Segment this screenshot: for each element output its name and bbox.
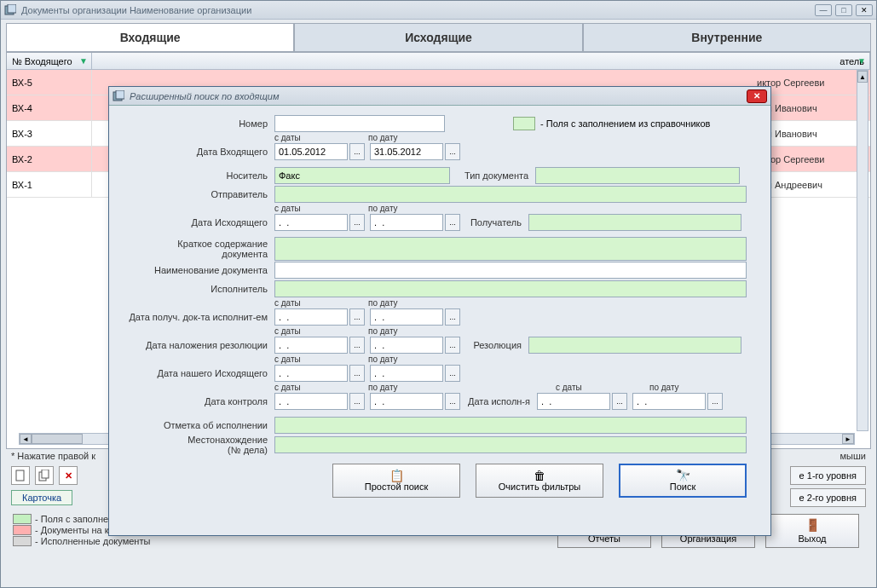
date-picker-button[interactable]: ...	[445, 143, 460, 160]
date-picker-button[interactable]: ...	[349, 308, 365, 326]
resolution-to[interactable]	[370, 337, 443, 354]
dialog-close-button[interactable]: ✕	[747, 89, 767, 103]
our-out-to[interactable]	[370, 365, 443, 382]
exit-button[interactable]: 🚪Выход	[765, 514, 859, 548]
doc-name-input[interactable]	[274, 262, 747, 279]
tab-internal[interactable]: Внутренние	[583, 23, 871, 51]
table-header: № Входящего▼ атель▼	[7, 53, 870, 70]
scroll-left[interactable]: ◄	[20, 434, 32, 444]
list-icon: 📋	[389, 470, 404, 481]
exit-icon: 🚪	[805, 518, 820, 532]
clear-filters-button[interactable]: 🗑Очистить фильтры	[476, 464, 603, 498]
date-picker-button[interactable]: ...	[349, 214, 365, 231]
control-to[interactable]	[370, 393, 443, 410]
tab-incoming[interactable]: Входящие	[6, 23, 294, 51]
label-carrier: Носитель	[121, 170, 274, 181]
date-picker-button[interactable]: ...	[707, 393, 723, 410]
green-swatch-icon	[513, 117, 535, 130]
exec-to[interactable]	[632, 393, 706, 410]
dialog-body: Номер - Поля с заполнением из справочник…	[109, 106, 770, 506]
date-picker-button[interactable]: ...	[349, 143, 365, 160]
label-our-outgoing-date: Дата нашего Исходящего	[121, 368, 274, 378]
dialog-buttons: 📋Простой поиск 🗑Очистить фильтры 🔭Поиск	[121, 455, 759, 498]
outgoing-to-date[interactable]	[370, 214, 443, 231]
new-doc-icon[interactable]	[11, 466, 30, 485]
v-scrollbar[interactable]: ▲	[857, 70, 868, 431]
level2-button[interactable]: е 2-го уровня	[790, 488, 866, 507]
maximize-button[interactable]: □	[835, 4, 852, 16]
exec-from[interactable]	[537, 393, 610, 410]
our-out-from[interactable]	[274, 365, 348, 382]
exec-mark-input[interactable]	[274, 417, 747, 434]
label-control-date: Дата контроля	[121, 396, 274, 406]
legend-red-swatch	[13, 525, 32, 535]
simple-search-button[interactable]: 📋Простой поиск	[332, 464, 460, 498]
sender-input[interactable]	[274, 186, 747, 203]
resolution-input[interactable]	[528, 337, 741, 354]
svg-rect-4	[42, 470, 49, 478]
date-picker-button[interactable]: ...	[445, 365, 460, 382]
control-from[interactable]	[274, 393, 348, 410]
summary-input[interactable]	[274, 237, 747, 261]
green-hint: - Поля с заполнением из справочников	[513, 117, 710, 130]
search-button[interactable]: 🔭Поиск	[619, 464, 747, 498]
carrier-input[interactable]	[274, 167, 450, 184]
label-doc-name: Наименование документа	[121, 265, 274, 275]
scroll-up[interactable]: ▲	[857, 71, 868, 83]
binoculars-icon: 🔭	[676, 470, 690, 481]
copy-icon[interactable]	[35, 466, 54, 485]
date-picker-button[interactable]: ...	[349, 365, 365, 382]
svg-rect-6	[116, 90, 124, 99]
window-title: Документы организации Наименование орган…	[21, 5, 815, 15]
col-number[interactable]: № Входящего▼	[7, 53, 92, 70]
window-controls: — □ ✕	[815, 4, 873, 16]
date-picker-button[interactable]: ...	[445, 214, 460, 231]
scroll-thumb[interactable]	[32, 434, 83, 444]
label-exec-recv-date: Дата получ. док-та исполнит-ем	[121, 312, 274, 322]
location-input[interactable]	[274, 436, 747, 453]
label-outgoing-date: Дата Исходящего	[121, 217, 274, 228]
label-exec-date: Дата исполн-я	[460, 396, 537, 406]
tab-outgoing[interactable]: Исходящие	[294, 23, 582, 51]
resolution-from[interactable]	[274, 337, 348, 354]
scroll-right[interactable]: ►	[842, 434, 854, 444]
executor-input[interactable]	[274, 280, 747, 297]
card-button[interactable]: Карточка	[11, 490, 72, 505]
titlebar: Документы организации Наименование орган…	[1, 1, 876, 20]
label-number: Номер	[121, 118, 274, 129]
date-picker-button[interactable]: ...	[349, 337, 365, 354]
date-picker-button[interactable]: ...	[612, 393, 627, 410]
minimize-button[interactable]: —	[815, 4, 832, 16]
date-picker-button[interactable]: ...	[445, 393, 460, 410]
search-dialog: Расширенный поиск по входящим ✕ Номер - …	[108, 86, 771, 536]
dialog-title: Расширенный поиск по входящим	[130, 91, 747, 101]
number-input[interactable]	[274, 115, 445, 132]
legend-gray-swatch	[13, 536, 32, 546]
incoming-from-date[interactable]	[274, 143, 348, 160]
recipient-input[interactable]	[528, 214, 741, 231]
label-resolution: Резолюция	[460, 340, 528, 350]
close-button[interactable]: ✕	[856, 4, 873, 16]
label-resolution-date: Дата наложения резолюции	[121, 340, 274, 350]
label-summary: Краткое содержание документа	[121, 239, 274, 259]
label-executor: Исполнитель	[121, 284, 274, 294]
dialog-icon	[113, 90, 124, 102]
app-window: Документы организации Наименование орган…	[0, 0, 877, 588]
date-picker-button[interactable]: ...	[445, 308, 460, 326]
incoming-to-date[interactable]	[370, 143, 443, 160]
legend-green-swatch	[13, 514, 32, 524]
delete-icon[interactable]: ✕	[59, 466, 78, 485]
col-rest[interactable]: атель▼	[92, 53, 870, 70]
svg-rect-2	[16, 470, 24, 481]
clear-icon: 🗑	[534, 470, 545, 481]
date-picker-button[interactable]: ...	[445, 337, 460, 354]
exec-recv-to[interactable]	[370, 308, 443, 326]
label-doc-type: Тип документа	[450, 170, 535, 181]
level1-button[interactable]: е 1-го уровня	[790, 466, 866, 485]
tabs: Входящие Исходящие Внутренние	[6, 23, 871, 53]
exec-recv-from[interactable]	[274, 308, 348, 326]
outgoing-from-date[interactable]	[274, 214, 348, 231]
date-picker-button[interactable]: ...	[349, 393, 365, 410]
label-location: Местонахождение (№ дела)	[121, 435, 274, 455]
doc-type-input[interactable]	[535, 167, 740, 184]
